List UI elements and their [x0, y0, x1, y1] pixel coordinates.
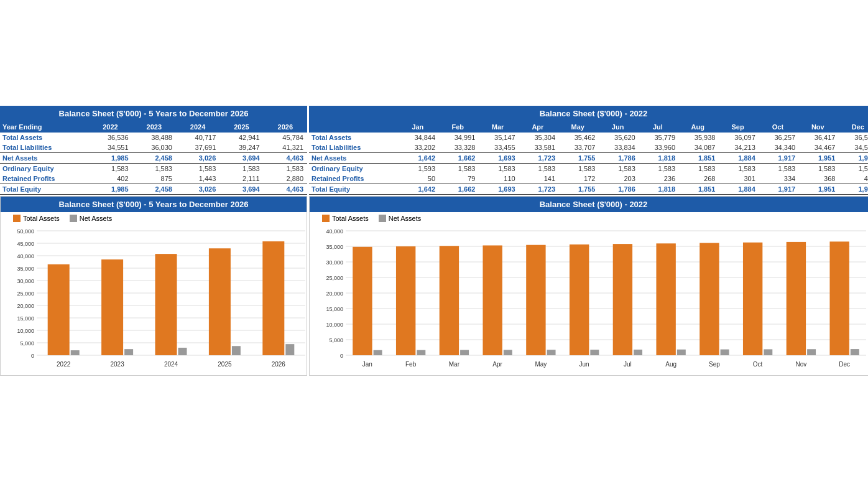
right-col-Aug: Aug	[678, 121, 718, 133]
svg-text:10,000: 10,000	[326, 322, 343, 328]
col-year-ending: Year Ending	[0, 121, 88, 133]
right-cell-3-4: 1,583	[558, 164, 598, 174]
right-cell-1-1: 33,328	[438, 142, 478, 153]
right-cell-2-4: 1,755	[558, 153, 598, 164]
right-cell-0-7: 35,938	[678, 133, 718, 142]
right-table-section: Balance Sheet ($'000) - 2022 JanFebMarAp…	[309, 106, 868, 195]
right-cell-3-1: 1,583	[438, 164, 478, 174]
left-cell-4-4: 2,880	[264, 174, 307, 184]
left-cell-4-3: 2,111	[219, 174, 263, 184]
right-cell-2-7: 1,851	[678, 153, 718, 164]
right-cell-2-2: 1,693	[478, 153, 517, 164]
svg-text:20,000: 20,000	[17, 303, 34, 309]
left-cell-1-3: 39,247	[219, 142, 263, 153]
left-table: Year Ending 2022 2023 2024	[0, 121, 307, 195]
right-cell-5-11: 1,985	[838, 184, 868, 195]
svg-rect-68	[547, 350, 556, 355]
svg-rect-80	[721, 350, 729, 355]
right-cell-4-4: 172	[558, 174, 598, 184]
svg-rect-23	[71, 350, 80, 355]
left-table-section: Balance Sheet ($'000) - 5 Years to Decem…	[0, 106, 307, 195]
svg-rect-82	[743, 243, 762, 355]
svg-text:50,000: 50,000	[17, 228, 34, 235]
right-cell-4-5: 203	[598, 174, 637, 184]
svg-text:35,000: 35,000	[17, 266, 34, 272]
right-cell-5-8: 1,884	[718, 184, 757, 195]
left-cell-2-0: 1,985	[88, 153, 132, 164]
right-cell-5-5: 1,786	[598, 184, 637, 195]
right-cell-5-10: 1,951	[798, 184, 838, 195]
right-cell-4-8: 301	[718, 174, 757, 184]
legend-net-assets-left: Net Assets	[70, 215, 113, 222]
svg-text:20,000: 20,000	[326, 291, 343, 297]
right-cell-0-8: 36,097	[718, 133, 757, 142]
left-cell-5-4: 4,463	[264, 184, 307, 195]
right-cell-3-0: 1,593	[398, 164, 438, 174]
svg-rect-64	[482, 245, 502, 355]
svg-text:2023: 2023	[110, 361, 124, 368]
svg-rect-88	[829, 241, 849, 355]
right-cell-4-0: 50	[398, 174, 438, 184]
right-cell-5-2: 1,693	[478, 184, 517, 195]
svg-text:Jan: Jan	[362, 361, 372, 368]
svg-text:25,000: 25,000	[17, 291, 34, 297]
right-cell-0-11: 36,536	[838, 133, 868, 142]
svg-rect-73	[613, 244, 632, 355]
right-col-Jul: Jul	[638, 121, 678, 133]
left-cell-3-0: 1,583	[88, 164, 132, 174]
right-col-May: May	[558, 121, 598, 133]
left-cell-5-0: 1,985	[88, 184, 132, 195]
left-cell-1-0: 34,551	[88, 142, 132, 153]
col-2022: 2022	[88, 121, 132, 133]
right-col-Mar: Mar	[478, 121, 517, 133]
svg-rect-34	[262, 241, 284, 355]
left-cell-2-4: 4,463	[264, 153, 307, 164]
left-row-label-0: Total Assets	[0, 133, 88, 142]
right-cell-1-5: 33,834	[598, 142, 637, 153]
svg-rect-55	[353, 247, 372, 355]
svg-rect-29	[178, 348, 187, 355]
svg-rect-65	[504, 350, 512, 355]
right-cell-1-8: 34,213	[718, 142, 757, 153]
right-chart-header: Balance Sheet ($'000) - 2022	[310, 197, 868, 212]
svg-rect-77	[677, 350, 686, 355]
left-table-header: Balance Sheet ($'000) - 5 Years to Decem…	[0, 106, 307, 121]
svg-text:May: May	[535, 361, 547, 368]
svg-rect-61	[440, 246, 459, 355]
svg-text:2024: 2024	[164, 361, 178, 368]
right-cell-4-7: 268	[678, 174, 718, 184]
right-cell-3-9: 1,583	[758, 164, 798, 174]
svg-text:5,000: 5,000	[20, 340, 34, 347]
legend-total-assets-right: Total Assets	[322, 215, 369, 222]
right-cell-1-6: 33,960	[638, 142, 678, 153]
svg-rect-35	[285, 344, 294, 355]
right-col-Feb: Feb	[438, 121, 478, 133]
svg-rect-32	[232, 346, 241, 355]
right-cell-3-11: 1,583	[838, 164, 868, 174]
right-cell-5-7: 1,851	[678, 184, 718, 195]
right-col-Sep: Sep	[718, 121, 757, 133]
right-cell-4-10: 368	[798, 174, 838, 184]
col-2024: 2024	[176, 121, 219, 133]
right-cell-2-6: 1,818	[638, 153, 678, 164]
svg-text:15,000: 15,000	[17, 315, 34, 322]
svg-text:0: 0	[31, 353, 34, 359]
left-cell-0-2: 40,717	[176, 133, 219, 142]
svg-text:Mar: Mar	[449, 361, 460, 368]
right-cell-2-3: 1,723	[518, 153, 558, 164]
right-chart-section: Balance Sheet ($'000) - 2022 Total Asset…	[309, 196, 868, 376]
svg-rect-74	[634, 350, 642, 355]
right-cell-2-0: 1,642	[398, 153, 438, 164]
left-cell-3-1: 1,583	[132, 164, 176, 174]
svg-rect-70	[570, 244, 589, 355]
svg-rect-59	[417, 350, 425, 355]
left-chart-legend: Total Assets Net Assets	[1, 212, 307, 225]
svg-text:Jul: Jul	[624, 361, 632, 368]
svg-text:Apr: Apr	[492, 361, 502, 368]
right-cell-1-10: 34,467	[798, 142, 838, 153]
left-panel: Balance Sheet ($'000) - 5 Years to Decem…	[0, 106, 309, 376]
left-cell-3-4: 1,583	[264, 164, 307, 174]
right-cell-0-9: 36,257	[758, 133, 798, 142]
left-cell-4-0: 402	[88, 174, 132, 184]
right-chart-legend: Total Assets Net Assets	[310, 212, 868, 225]
